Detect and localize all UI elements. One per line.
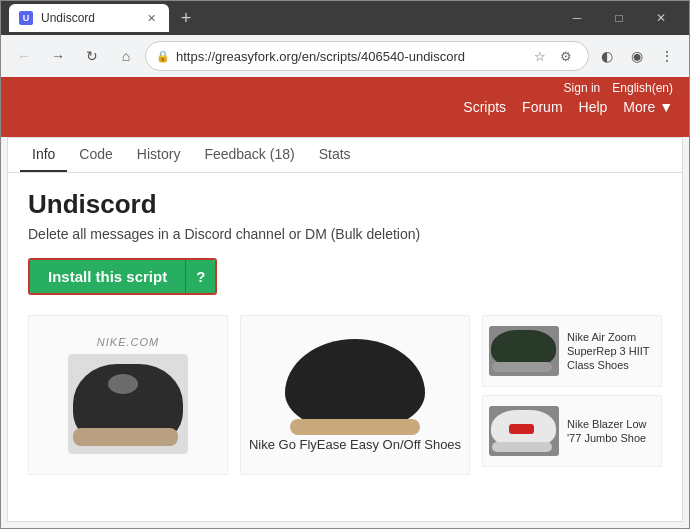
content-tabs: Info Code History Feedback (18) Stats (8, 138, 682, 173)
tab-favicon: U (19, 11, 33, 25)
extensions-icon[interactable]: ⚙ (554, 44, 578, 68)
new-tab-button[interactable]: + (173, 5, 199, 31)
ad-shoe-image (68, 354, 188, 454)
site-header: Sign in English(en) Scripts Forum Help M… (1, 77, 689, 137)
address-bar-actions: ☆ ⚙ (528, 44, 578, 68)
browser-tab[interactable]: U Undiscord ✕ (9, 4, 169, 32)
menu-icon[interactable]: ⋮ (653, 42, 681, 70)
ad-middle-product-name: Nike Go FlyEase Easy On/Off Shoes (249, 437, 461, 452)
shoe-sm-sole (492, 362, 552, 372)
toolbar-right: ◐ ◉ ⋮ (593, 42, 681, 70)
bookmark-icon[interactable]: ☆ (528, 44, 552, 68)
script-content: Undiscord Delete all messages in a Disco… (8, 173, 682, 521)
shoe-sm2-red-detail (509, 424, 534, 434)
shoe-sole (73, 428, 178, 446)
nav-forum[interactable]: Forum (522, 99, 562, 115)
ad-middle-sole (290, 419, 420, 435)
ad-middle-shoe (285, 339, 425, 429)
maximize-button[interactable]: □ (599, 4, 639, 32)
address-bar[interactable]: 🔒 https://greasyfork.org/en/scripts/4065… (145, 41, 589, 71)
url-text: https://greasyfork.org/en/scripts/406540… (176, 49, 522, 64)
forward-button[interactable]: → (43, 41, 73, 71)
ad-product-2[interactable]: Nike Blazer Low '77 Jumbo Shoe (482, 395, 662, 467)
ad-product-1-text: Nike Air Zoom SuperRep 3 HIIT Class Shoe… (567, 330, 655, 373)
tab-info[interactable]: Info (20, 138, 67, 172)
ad-middle-shoe-container (285, 339, 425, 429)
tab-title: Undiscord (41, 11, 95, 25)
script-description: Delete all messages in a Discord channel… (28, 226, 662, 242)
ad-right: Nike Air Zoom SuperRep 3 HIIT Class Shoe… (482, 315, 662, 475)
ad-product-2-image (489, 406, 559, 456)
ad-left[interactable]: NIKE.COM (28, 315, 228, 475)
close-window-button[interactable]: ✕ (641, 4, 681, 32)
site-nav: Scripts Forum Help More ▼ (1, 95, 689, 115)
extensions-puzzle-icon[interactable]: ◐ (593, 42, 621, 70)
reload-button[interactable]: ↻ (77, 41, 107, 71)
shoe-sm2-sole (492, 442, 552, 452)
window-controls: ─ □ ✕ (557, 4, 681, 32)
minimize-button[interactable]: ─ (557, 4, 597, 32)
ad-product-1-image (489, 326, 559, 376)
install-button-group: Install this script ? (28, 258, 217, 295)
ad-product-2-text: Nike Blazer Low '77 Jumbo Shoe (567, 417, 655, 446)
browser-window: U Undiscord ✕ + ─ □ ✕ ← → ↻ ⌂ 🔒 https://… (0, 0, 690, 529)
ad-brand-label: NIKE.COM (97, 336, 159, 348)
profile-icon[interactable]: ◉ (623, 42, 651, 70)
tab-close-button[interactable]: ✕ (143, 10, 159, 26)
home-button[interactable]: ⌂ (111, 41, 141, 71)
browser-toolbar: ← → ↻ ⌂ 🔒 https://greasyfork.org/en/scri… (1, 35, 689, 77)
advertisement-area: NIKE.COM Nike Go FlyEase Easy On/Off S (28, 315, 662, 475)
ad-middle[interactable]: Nike Go FlyEase Easy On/Off Shoes (240, 315, 470, 475)
site-header-top: Sign in English(en) (1, 77, 689, 95)
title-bar: U Undiscord ✕ + ─ □ ✕ (1, 1, 689, 35)
lock-icon: 🔒 (156, 50, 170, 63)
nav-more[interactable]: More ▼ (623, 99, 673, 115)
install-script-button[interactable]: Install this script (30, 260, 185, 293)
tab-stats[interactable]: Stats (307, 138, 363, 172)
tab-feedback[interactable]: Feedback (18) (192, 138, 306, 172)
page-content: Info Code History Feedback (18) Stats Un… (7, 137, 683, 522)
nav-scripts[interactable]: Scripts (463, 99, 506, 115)
install-help-button[interactable]: ? (185, 260, 215, 293)
ad-product-1[interactable]: Nike Air Zoom SuperRep 3 HIIT Class Shoe… (482, 315, 662, 387)
shoe-detail (108, 374, 138, 394)
language-selector[interactable]: English(en) (612, 81, 673, 95)
back-button[interactable]: ← (9, 41, 39, 71)
sign-in-link[interactable]: Sign in (564, 81, 601, 95)
nav-help[interactable]: Help (579, 99, 608, 115)
tab-history[interactable]: History (125, 138, 193, 172)
tab-code[interactable]: Code (67, 138, 124, 172)
script-title: Undiscord (28, 189, 662, 220)
shoe-sm-body (491, 330, 556, 366)
